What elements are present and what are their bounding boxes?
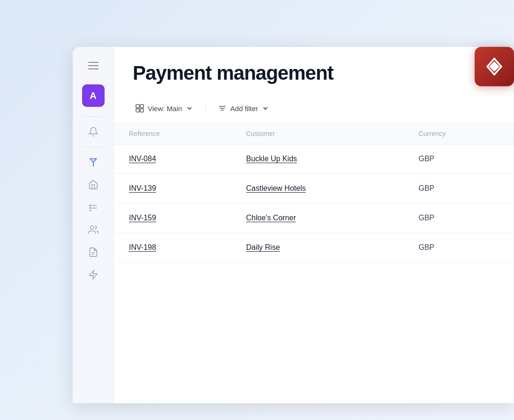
cell-currency-3: GBP xyxy=(403,233,514,262)
add-filter-button[interactable]: Add filter xyxy=(212,100,276,116)
home-icon[interactable] xyxy=(84,175,103,194)
col-header-currency: Currency xyxy=(403,123,514,144)
sidebar-divider-2 xyxy=(84,147,103,147)
view-chevron-down-icon xyxy=(186,105,193,112)
main-content: Payment management View: Main xyxy=(114,47,514,403)
sidebar-divider-1 xyxy=(84,116,103,117)
team-icon[interactable] xyxy=(84,220,103,239)
filter-chevron-down-icon xyxy=(262,105,269,112)
view-label: View: Main xyxy=(148,105,182,112)
customer-link-3[interactable]: Daily Rise xyxy=(246,243,280,251)
reference-link-0[interactable]: INV-084 xyxy=(129,155,156,163)
svg-point-0 xyxy=(90,205,91,206)
cell-customer-1: Castleview Hotels xyxy=(231,174,404,203)
cell-reference-1: INV-139 xyxy=(114,174,231,203)
app-container: A xyxy=(73,47,514,403)
cell-customer-0: Buckle Up Kids xyxy=(231,144,404,174)
cell-currency-2: GBP xyxy=(403,203,514,233)
cell-currency-1: GBP xyxy=(403,174,514,203)
tasks-icon[interactable] xyxy=(84,198,103,217)
cell-reference-3: INV-198 xyxy=(114,233,231,262)
page-title: Payment management xyxy=(133,62,495,84)
table-row: INV-139 Castleview Hotels GBP xyxy=(114,174,514,203)
table-row: INV-198 Daily Rise GBP xyxy=(114,233,514,262)
cell-currency-0: GBP xyxy=(403,144,514,174)
col-header-customer: Customer xyxy=(231,123,404,144)
toolbar-separator xyxy=(205,104,206,113)
svg-rect-10 xyxy=(140,105,144,108)
logo xyxy=(475,47,514,86)
lightning-icon[interactable] xyxy=(84,265,103,284)
toolbar: View: Main Add filter xyxy=(114,94,514,123)
currency-value-0: GBP xyxy=(418,155,434,163)
svg-rect-12 xyxy=(140,109,144,112)
svg-rect-11 xyxy=(136,109,139,112)
cell-customer-2: Chloe's Corner xyxy=(231,203,404,233)
filter-lines-icon xyxy=(218,104,227,112)
cell-reference-0: INV-084 xyxy=(114,144,231,174)
filter-icon[interactable] xyxy=(84,153,103,172)
view-table-icon xyxy=(136,104,144,112)
reference-link-3[interactable]: INV-198 xyxy=(129,243,156,251)
data-table: Reference Customer Currency INV-084 Buck… xyxy=(114,123,514,262)
customer-link-1[interactable]: Castleview Hotels xyxy=(246,184,306,192)
table-body: INV-084 Buckle Up Kids GBP INV-139 Castl… xyxy=(114,144,514,262)
page-header: Payment management xyxy=(114,47,514,94)
svg-marker-8 xyxy=(89,270,97,279)
table-row: INV-084 Buckle Up Kids GBP xyxy=(114,144,514,174)
document-icon[interactable]: £ xyxy=(84,243,103,262)
sidebar: A xyxy=(73,47,114,403)
view-selector-button[interactable]: View: Main xyxy=(129,100,200,116)
table-header: Reference Customer Currency xyxy=(114,123,514,144)
notifications-icon[interactable] xyxy=(84,122,103,141)
reference-link-2[interactable]: INV-159 xyxy=(129,214,156,222)
user-avatar[interactable]: A xyxy=(82,84,105,107)
menu-button[interactable] xyxy=(84,56,103,75)
avatar-label: A xyxy=(90,90,96,101)
reference-link-1[interactable]: INV-139 xyxy=(129,184,156,192)
cell-customer-3: Daily Rise xyxy=(231,233,404,262)
currency-value-2: GBP xyxy=(418,214,434,222)
customer-link-2[interactable]: Chloe's Corner xyxy=(246,214,296,222)
content-area: View: Main Add filter xyxy=(114,94,514,403)
svg-point-2 xyxy=(90,207,91,209)
cell-reference-2: INV-159 xyxy=(114,203,231,233)
filter-label: Add filter xyxy=(230,105,258,112)
svg-rect-9 xyxy=(136,105,139,108)
svg-point-4 xyxy=(90,226,93,229)
table-row: INV-159 Chloe's Corner GBP xyxy=(114,203,514,233)
currency-value-3: GBP xyxy=(418,243,434,251)
customer-link-0[interactable]: Buckle Up Kids xyxy=(246,155,297,163)
currency-value-1: GBP xyxy=(418,184,434,192)
col-header-reference: Reference xyxy=(114,123,231,144)
